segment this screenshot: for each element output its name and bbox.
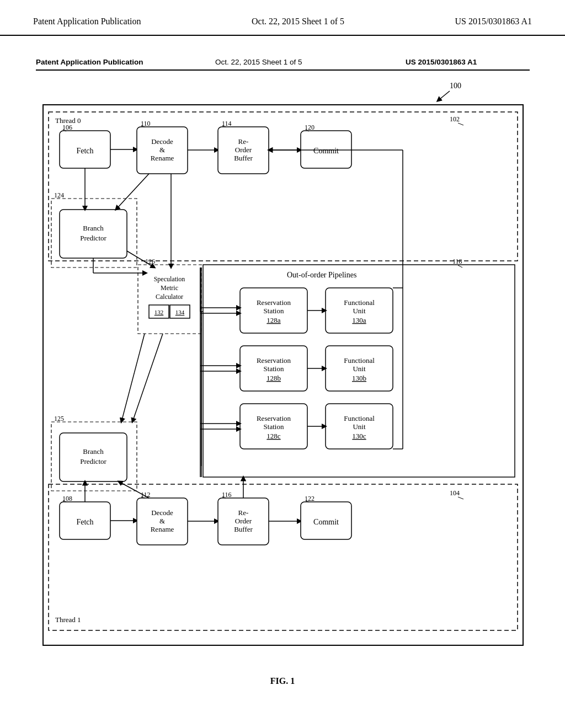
header-left: Patent Application Publication [33,17,141,26]
svg-text:Speculation: Speculation [154,275,185,283]
svg-text:Fetch: Fetch [76,518,93,526]
svg-text:Calculator: Calculator [156,293,183,301]
page-header: Patent Application Publication Oct. 22, … [0,0,565,36]
svg-text:Commit: Commit [313,518,339,526]
svg-text:130b: 130b [352,374,366,382]
svg-text:Reservation: Reservation [257,298,291,307]
svg-text:Out-of-order Pipelines: Out-of-order Pipelines [287,271,356,279]
svg-text:Station: Station [264,307,284,315]
svg-text:118: 118 [452,258,462,265]
svg-text:Decode: Decode [151,137,173,146]
svg-text:US 2015/0301863 A1: US 2015/0301863 A1 [406,58,477,66]
header-right: US 2015/0301863 A1 [455,17,532,26]
svg-text:Branch: Branch [83,447,104,456]
svg-text:&: & [159,146,165,154]
svg-text:Thread 1: Thread 1 [55,615,81,624]
svg-text:134: 134 [175,309,185,315]
svg-text:Metric: Metric [161,284,178,292]
svg-text:Functional: Functional [344,356,375,365]
svg-text:Order: Order [235,146,252,154]
svg-text:Reservation: Reservation [257,414,291,422]
svg-text:Commit: Commit [313,147,339,155]
svg-text:Reservation: Reservation [257,356,291,365]
svg-text:Oct. 22, 2015   Sheet 1 of 5: Oct. 22, 2015 Sheet 1 of 5 [215,58,302,66]
svg-text:130a: 130a [352,316,366,324]
svg-text:128c: 128c [266,432,281,440]
svg-text:Station: Station [264,365,284,373]
svg-text:Buffer: Buffer [234,154,253,162]
svg-text:Patent Application Publication: Patent Application Publication [36,58,143,66]
svg-text:128b: 128b [266,374,281,382]
svg-text:124: 124 [54,191,64,199]
svg-text:Buffer: Buffer [234,525,253,533]
svg-text:&: & [159,517,165,525]
svg-text:Predictor: Predictor [80,457,106,465]
svg-text:Unit: Unit [353,307,366,315]
svg-text:FIG. 1: FIG. 1 [270,676,295,686]
svg-text:Rename: Rename [151,154,174,162]
svg-text:Re-: Re- [238,508,249,517]
svg-text:100: 100 [450,82,461,90]
svg-text:132: 132 [154,309,164,315]
svg-text:Order: Order [235,517,252,525]
svg-text:Branch: Branch [83,224,104,232]
svg-text:128a: 128a [266,316,281,324]
diagram-area: 100 Thread 0 102 Thread 1 104 Out-of-ord… [0,36,565,709]
svg-text:Unit: Unit [353,422,366,431]
svg-text:104: 104 [450,489,460,497]
svg-text:Functional: Functional [344,298,375,307]
svg-text:102: 102 [450,115,460,123]
svg-text:125: 125 [54,415,64,422]
svg-text:Unit: Unit [353,365,366,373]
svg-text:Functional: Functional [344,414,375,422]
svg-text:Predictor: Predictor [80,234,106,242]
svg-text:Decode: Decode [151,508,173,517]
header-center: Oct. 22, 2015 Sheet 1 of 5 [252,17,344,26]
svg-text:Rename: Rename [151,525,174,533]
svg-text:Re-: Re- [238,137,249,146]
svg-text:Station: Station [264,422,284,431]
svg-text:130c: 130c [352,432,366,440]
svg-text:126: 126 [145,258,155,265]
svg-text:122: 122 [305,495,315,502]
svg-text:Fetch: Fetch [76,147,93,155]
